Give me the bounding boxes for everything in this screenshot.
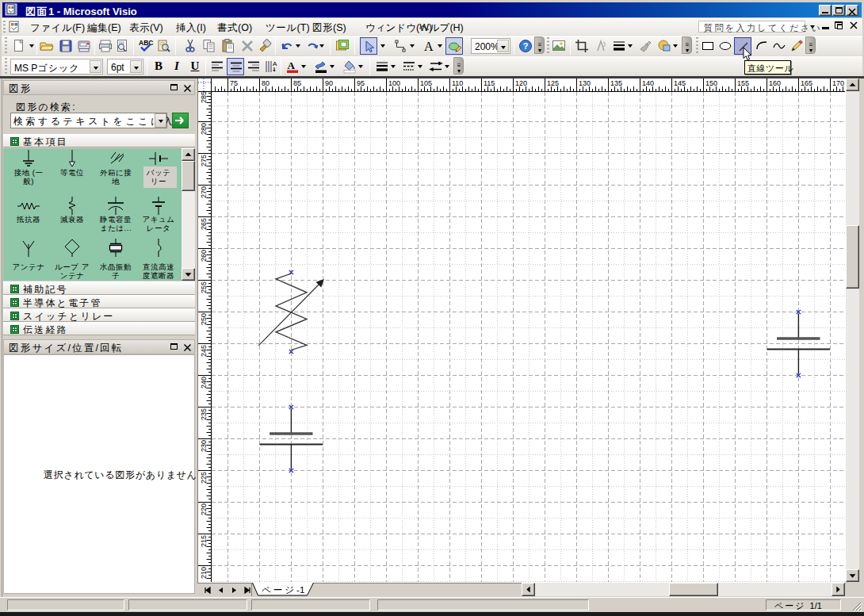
svg-text:85: 85	[293, 79, 301, 87]
svg-text:A: A	[288, 59, 296, 71]
svg-text:270: 270	[201, 186, 208, 198]
svg-text:ABC: ABC	[139, 39, 153, 47]
svg-text:160: 160	[769, 79, 781, 87]
svg-text:105: 105	[420, 79, 432, 87]
svg-text:120: 120	[515, 79, 527, 87]
svg-text:230: 230	[201, 440, 208, 452]
svg-text:90: 90	[325, 79, 333, 87]
svg-text:210: 210	[201, 567, 208, 579]
svg-text:A: A	[273, 60, 277, 67]
svg-text:140: 140	[642, 79, 654, 87]
svg-text:95: 95	[357, 79, 365, 87]
svg-text:265: 265	[201, 218, 208, 230]
svg-text:280: 280	[201, 123, 208, 135]
svg-text:A: A	[424, 40, 434, 53]
svg-text:220: 220	[201, 503, 208, 515]
svg-text:125: 125	[547, 79, 559, 87]
svg-text:100: 100	[388, 79, 400, 87]
svg-text:255: 255	[201, 281, 208, 293]
svg-text:275: 275	[201, 155, 208, 166]
svg-text:245: 245	[201, 345, 208, 357]
svg-text:115: 115	[484, 79, 495, 87]
svg-text:225: 225	[201, 472, 208, 484]
svg-text:155: 155	[737, 79, 749, 87]
svg-text:150: 150	[705, 79, 717, 87]
svg-text:235: 235	[201, 408, 208, 420]
svg-text:215: 215	[201, 535, 208, 547]
svg-text:260: 260	[201, 250, 208, 262]
svg-text:130: 130	[579, 79, 591, 87]
svg-text:?: ?	[523, 41, 529, 51]
svg-text:170: 170	[832, 79, 844, 87]
svg-text:80: 80	[262, 79, 270, 87]
svg-text:165: 165	[801, 79, 812, 87]
svg-text:250: 250	[201, 313, 208, 325]
svg-text:135: 135	[610, 79, 622, 87]
svg-text:110: 110	[452, 79, 463, 87]
svg-text:75: 75	[230, 79, 238, 87]
svg-text:145: 145	[674, 79, 686, 87]
svg-text:285: 285	[201, 92, 208, 103]
svg-text:240: 240	[201, 377, 208, 388]
